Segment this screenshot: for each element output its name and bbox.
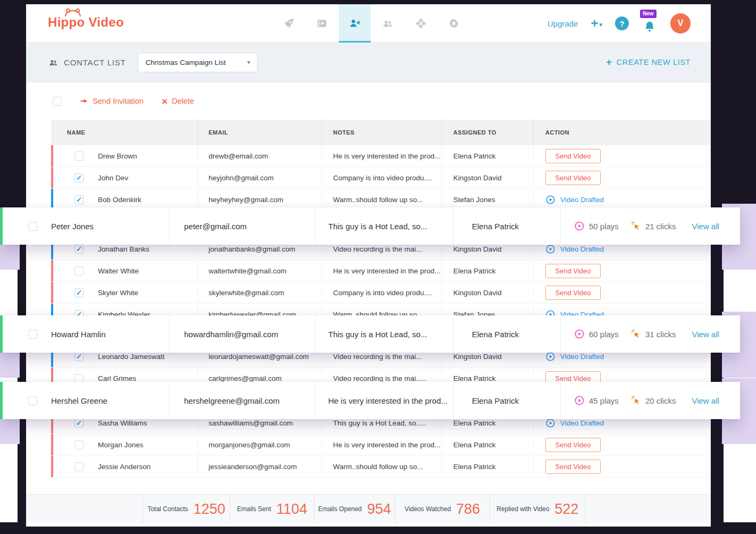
integrations-icon <box>415 18 427 29</box>
tab-settings[interactable] <box>438 4 470 43</box>
select-all-checkbox[interactable] <box>53 97 62 106</box>
contact-notes: This guy is a Hot Lead, so... <box>315 207 453 245</box>
view-all-link[interactable]: View all <box>692 396 719 405</box>
send-invitation-button[interactable]: Send Invitation <box>80 97 144 105</box>
footer-stat: Emails Opened 954 <box>314 495 395 523</box>
table-header-row: NAMEEMAILNOTESASSIGNED TOACTION <box>51 120 711 145</box>
create-menu-button[interactable]: +▾ <box>591 17 602 30</box>
clicks-stat: 31 clicks <box>630 329 676 339</box>
assigned-to: Elena Patrick <box>442 434 533 455</box>
view-all-link[interactable]: View all <box>692 330 719 339</box>
clicks-stat: 21 clicks <box>630 221 676 231</box>
send-video-button[interactable]: Send Video <box>545 460 601 474</box>
hippo-video-logo[interactable]: Hippo Video <box>48 15 124 30</box>
play-circle-icon <box>545 418 555 428</box>
clicks-count: 21 clicks <box>645 222 676 231</box>
row-checkbox[interactable] <box>74 440 84 449</box>
table-row: Walter White waltertwhite@gmail.com He i… <box>51 260 711 282</box>
clicks-stat: 20 clicks <box>630 395 676 406</box>
name-cell: Peter Jones <box>3 207 169 245</box>
send-video-button[interactable]: Send Video <box>545 149 601 163</box>
plays-count: 60 plays <box>589 330 619 339</box>
new-badge: New <box>640 10 657 18</box>
column-header: NOTES <box>322 120 442 145</box>
video-drafted-link[interactable]: Video Drafted <box>545 418 604 428</box>
table-row: John Dev heyjohn@gmail.com Company is in… <box>51 167 711 189</box>
row-checkbox[interactable] <box>74 288 84 297</box>
list-selector-dropdown[interactable]: Christmas Campaign List ▾ <box>138 53 257 72</box>
row-checkbox[interactable] <box>74 195 84 204</box>
send-video-button[interactable]: Send Video <box>545 438 601 452</box>
app-window: Hippo Video <box>26 4 711 527</box>
tab-contacts[interactable] <box>339 4 371 43</box>
video-stats-cell: 60 plays 31 clicks View all <box>560 315 740 353</box>
contact-name: Drew Brown <box>98 152 137 160</box>
view-all-link[interactable]: View all <box>692 222 719 231</box>
row-checkbox[interactable] <box>74 173 84 182</box>
highlighted-contact-card: Howard Hamlin howardhamlin@gmail.com Thi… <box>0 315 740 353</box>
contact-email: hershelgreene@gmail.com <box>169 382 315 419</box>
send-invitation-label: Send Invitation <box>93 97 144 105</box>
contact-notes: He is very interested in the prod... <box>322 434 442 455</box>
table-row: Drew Brown drewb@email.com He is very in… <box>51 145 711 167</box>
contact-name: Peter Jones <box>51 222 94 231</box>
video-drafted-link[interactable]: Video Drafted <box>545 244 604 254</box>
video-drafted-link[interactable]: Video Drafted <box>545 352 604 362</box>
row-checkbox[interactable] <box>74 245 84 254</box>
tab-integrations[interactable] <box>405 4 437 43</box>
cursor-click-icon <box>630 395 641 406</box>
lavender-accent-block <box>0 419 20 444</box>
row-checkbox[interactable] <box>28 396 37 405</box>
bell-icon <box>643 20 656 33</box>
contact-email: peter@gmail.com <box>169 207 315 245</box>
contact-notes: He is very interested in the prod... <box>322 145 442 166</box>
assigned-to: Stefan Jones <box>442 189 533 210</box>
delete-button[interactable]: × Delete <box>162 96 194 106</box>
contact-name: Jessie Anderson <box>98 463 151 471</box>
row-checkbox[interactable] <box>74 462 84 471</box>
highlighted-contact-card: Hershel Greene hershelgreene@gmail.com H… <box>0 382 740 419</box>
row-status-strip <box>51 434 53 455</box>
send-video-button[interactable]: Send Video <box>545 171 601 185</box>
delete-label: Delete <box>172 97 194 105</box>
footer-filler <box>585 495 711 523</box>
row-checkbox[interactable] <box>74 352 84 361</box>
contact-email: jessieanderson@gmail.com <box>197 456 322 477</box>
play-circle-icon <box>574 221 585 231</box>
row-status-strip <box>51 456 53 477</box>
create-new-list-button[interactable]: + CREATE NEW LIST <box>606 56 691 68</box>
row-checkbox[interactable] <box>28 330 37 339</box>
play-circle-icon <box>545 352 555 362</box>
stat-label: Replied with Video <box>496 505 549 513</box>
footer-stat: Emails Sent 1104 <box>230 495 314 523</box>
tab-campaigns[interactable] <box>273 4 305 43</box>
send-video-button[interactable]: Send Video <box>545 286 601 300</box>
contact-notes: This guy is a Hot Lead, so... <box>315 315 453 353</box>
contact-name: Walter White <box>98 267 139 275</box>
table-row: Morgan Jones morganjones@gmail.com He is… <box>51 434 711 456</box>
row-checkbox[interactable] <box>74 266 84 276</box>
video-stats-cell: 45 plays 20 clicks View all <box>560 382 740 419</box>
row-checkbox[interactable] <box>74 374 84 383</box>
help-button[interactable]: ? <box>615 16 629 30</box>
play-circle-icon <box>574 329 585 339</box>
name-cell: Hershel Greene <box>3 382 169 419</box>
stat-value: 1104 <box>276 501 307 518</box>
bulk-actions-toolbar: Send Invitation × Delete <box>26 82 711 120</box>
logo-text: Hippo Video <box>48 15 124 29</box>
row-checkbox[interactable] <box>28 222 37 231</box>
users-icon <box>382 18 394 29</box>
assigned-to: Elena Patrick <box>442 260 533 281</box>
tab-video-library[interactable] <box>306 4 338 43</box>
row-checkbox[interactable] <box>74 152 84 161</box>
tab-users[interactable] <box>372 4 404 43</box>
avatar[interactable]: V <box>670 13 691 34</box>
upgrade-link[interactable]: Upgrade <box>547 19 578 28</box>
row-checkbox[interactable] <box>74 419 84 428</box>
contact-name: Jonathan Banks <box>98 245 149 253</box>
send-video-button[interactable]: Send Video <box>545 264 601 278</box>
plus-icon: + <box>606 56 612 68</box>
contact-email: skylerwhite@gmail.com <box>197 282 322 303</box>
video-drafted-link[interactable]: Video Drafted <box>545 195 604 205</box>
notifications-button[interactable]: New <box>642 12 658 35</box>
